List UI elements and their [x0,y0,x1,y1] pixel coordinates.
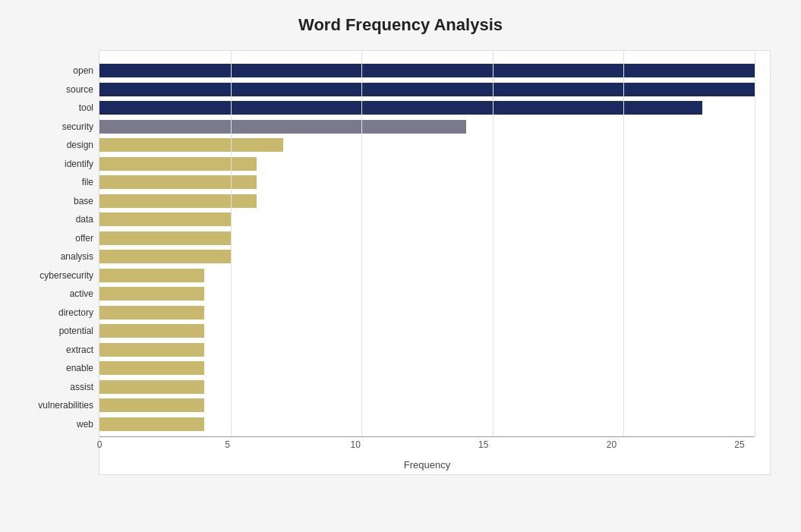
bar-fill [99,120,466,134]
bar-label: directory [2,307,93,318]
bar-row: identify [99,156,755,172]
bar-fill [99,231,231,245]
x-tick-label: 5 [225,439,230,450]
bar-row: design [99,137,755,153]
x-tick-label: 15 [478,439,488,450]
bar-label: tool [2,102,93,113]
grid-line [623,51,624,436]
bar-fill [99,398,204,412]
bar-label: identify [2,159,93,169]
grid-line [493,51,494,436]
bar-label: extract [2,345,93,355]
bar-fill [99,269,204,282]
chart-title: Word Frequency Analysis [30,15,771,35]
bar-fill [99,287,204,301]
bar-label: open [2,65,93,76]
bar-label: analysis [2,251,93,262]
x-axis-label: Frequency [404,459,450,471]
bar-fill [99,83,755,96]
bar-label: active [2,288,93,299]
chart-area: opensourcetoolsecuritydesignidentifyfile… [99,50,771,475]
x-axis: 0510152025 Frequency [99,436,755,474]
bar-row: vulnerabilities [99,397,755,414]
bar-fill [99,64,755,77]
bar-label: cybersecurity [2,270,93,281]
bar-label: vulnerabilities [2,400,93,411]
bar-fill [99,175,257,189]
bar-fill [99,250,231,263]
grid-line [755,51,755,436]
bar-row: offer [99,230,755,247]
bar-label: data [2,214,93,225]
bar-row: base [99,193,755,209]
bar-fill [99,306,204,320]
bar-row: directory [99,304,755,321]
bar-label: design [2,140,93,150]
x-tick-label: 25 [734,439,744,450]
x-tick-label: 10 [351,439,361,450]
bar-fill [99,324,204,338]
bar-label: security [2,121,93,132]
bar-fill [99,380,204,394]
bar-row: analysis [99,248,755,265]
bar-label: enable [2,363,93,373]
bar-label: file [2,177,93,187]
x-tick-label: 0 [97,439,102,450]
bar-row: source [99,81,755,98]
bar-fill [99,194,257,208]
bar-row: assist [99,379,755,395]
bar-row: active [99,285,755,302]
bar-fill [99,361,204,375]
bar-label: web [2,419,93,430]
bar-fill [99,343,204,357]
bar-row: extract [99,342,755,358]
bar-label: assist [2,382,93,392]
bar-fill [99,212,231,226]
bar-label: source [2,84,93,95]
x-tick-label: 20 [607,439,617,450]
chart-container: Word Frequency Analysis opensourcetoolse… [0,0,801,532]
bars-wrapper: opensourcetoolsecuritydesignidentifyfile… [99,58,770,436]
bar-row: cybersecurity [99,267,755,284]
grid-line [231,51,232,436]
bar-row: security [99,118,755,135]
grid-line [361,51,362,436]
bar-fill [99,417,204,431]
bar-fill [99,101,702,115]
bar-row: file [99,174,755,190]
bar-row: data [99,211,755,228]
bar-row: web [99,416,755,433]
bar-fill [99,157,257,171]
bar-label: potential [2,326,93,336]
bar-label: base [2,196,93,206]
bar-row: potential [99,323,755,339]
bar-label: offer [2,233,93,244]
bar-row: open [99,62,755,79]
x-axis-line [99,436,755,437]
bar-row: tool [99,99,755,116]
bar-fill [99,138,283,152]
bar-row: enable [99,360,755,376]
